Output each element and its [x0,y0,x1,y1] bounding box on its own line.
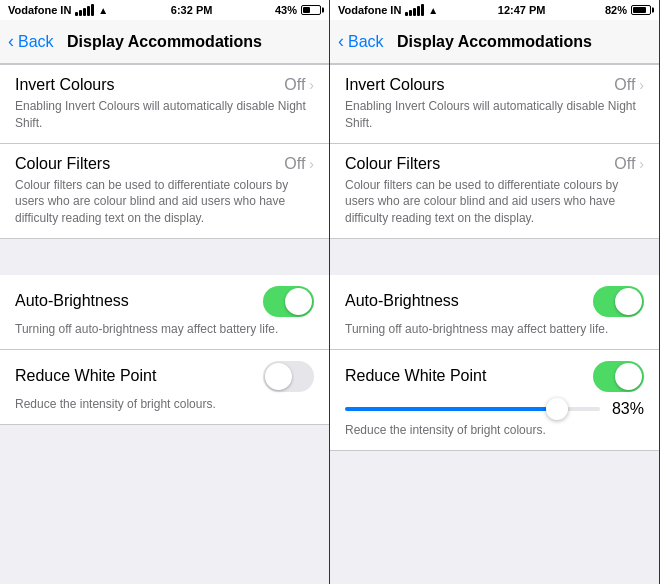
battery-pct-label: 43% [275,4,297,16]
signal-icon [405,4,424,16]
value-colour-filters: Off› [614,155,644,173]
toggle-thumb [615,288,642,315]
row-colour-filters[interactable]: Colour FiltersOff› [15,155,314,173]
label-auto-brightness: Auto-Brightness [15,292,129,310]
value-invert-colours: Off› [614,76,644,94]
section-gap [330,257,659,275]
description-reduce-white-point: Reduce the intensity of bright colours. [345,422,644,439]
slider-thumb[interactable] [546,398,568,420]
wifi-icon: ▲ [98,5,108,16]
status-left: Vodafone IN ▲ [8,4,108,16]
time-label: 12:47 PM [498,4,546,16]
page-title: Display Accommodations [397,33,592,51]
cell-invert-colours: Invert ColoursOff›Enabling Invert Colour… [0,64,329,144]
chevron-right-icon: › [639,156,644,172]
battery-pct-label: 82% [605,4,627,16]
cell-reduce-white-point: Reduce White PointReduce the intensity o… [0,350,329,425]
description-colour-filters: Colour filters can be used to differenti… [15,177,314,227]
content-area: Invert ColoursOff›Enabling Invert Colour… [0,64,329,584]
chevron-right-icon: › [639,77,644,93]
label-auto-brightness: Auto-Brightness [345,292,459,310]
slider-row: 83% [345,400,644,418]
row-invert-colours[interactable]: Invert ColoursOff› [15,76,314,94]
status-bar: Vodafone IN ▲ 12:47 PM 82% [330,0,659,20]
content-area: Invert ColoursOff›Enabling Invert Colour… [330,64,659,584]
toggle-reduce-white-point[interactable] [593,361,644,392]
signal-icon [75,4,94,16]
toggle-thumb [615,363,642,390]
page-title: Display Accommodations [67,33,262,51]
description-auto-brightness: Turning off auto-brightness may affect b… [345,321,644,338]
panel-left: Vodafone IN ▲ 6:32 PM 43% ‹ Back Display… [0,0,330,584]
toggle-auto-brightness[interactable] [593,286,644,317]
row-colour-filters[interactable]: Colour FiltersOff› [345,155,644,173]
description-auto-brightness: Turning off auto-brightness may affect b… [15,321,314,338]
row-reduce-white-point: Reduce White Point [15,361,314,392]
label-colour-filters: Colour Filters [15,155,110,173]
chevron-right-icon: › [309,77,314,93]
slider-track[interactable] [345,407,600,411]
slider-value-label: 83% [608,400,644,418]
section-gap [0,257,329,275]
value-text-colour-filters: Off [614,155,635,173]
cell-auto-brightness: Auto-BrightnessTurning off auto-brightne… [330,275,659,350]
cell-reduce-white-point: Reduce White Point83%Reduce the intensit… [330,350,659,451]
label-invert-colours: Invert Colours [345,76,445,94]
back-chevron-icon: ‹ [8,31,14,52]
back-chevron-icon: ‹ [338,31,344,52]
value-text-colour-filters: Off [284,155,305,173]
value-invert-colours: Off› [284,76,314,94]
section-gap-2 [330,239,659,257]
carrier-label: Vodafone IN [338,4,401,16]
slider-fill [345,407,557,411]
label-colour-filters: Colour Filters [345,155,440,173]
cell-colour-filters: Colour FiltersOff›Colour filters can be … [0,144,329,239]
status-left: Vodafone IN ▲ [338,4,438,16]
chevron-right-icon: › [309,156,314,172]
toggle-thumb [265,363,292,390]
toggle-reduce-white-point[interactable] [263,361,314,392]
label-reduce-white-point: Reduce White Point [345,367,486,385]
status-right: 82% [605,4,651,16]
label-reduce-white-point: Reduce White Point [15,367,156,385]
battery-icon [631,5,651,15]
back-label[interactable]: Back [348,33,384,51]
row-invert-colours[interactable]: Invert ColoursOff› [345,76,644,94]
back-label[interactable]: Back [18,33,54,51]
back-button[interactable]: ‹ Back [8,31,54,52]
label-invert-colours: Invert Colours [15,76,115,94]
value-text-invert-colours: Off [284,76,305,94]
row-reduce-white-point: Reduce White Point [345,361,644,392]
cell-invert-colours: Invert ColoursOff›Enabling Invert Colour… [330,64,659,144]
description-reduce-white-point: Reduce the intensity of bright colours. [15,396,314,413]
row-auto-brightness: Auto-Brightness [15,286,314,317]
toggle-thumb [285,288,312,315]
description-invert-colours: Enabling Invert Colours will automatical… [345,98,644,132]
description-invert-colours: Enabling Invert Colours will automatical… [15,98,314,132]
section-gap-2 [0,239,329,257]
panel-right: Vodafone IN ▲ 12:47 PM 82% ‹ Back Displa… [330,0,660,584]
description-colour-filters: Colour filters can be used to differenti… [345,177,644,227]
nav-bar: ‹ Back Display Accommodations [330,20,659,64]
wifi-icon: ▲ [428,5,438,16]
nav-bar: ‹ Back Display Accommodations [0,20,329,64]
value-text-invert-colours: Off [614,76,635,94]
row-auto-brightness: Auto-Brightness [345,286,644,317]
cell-auto-brightness: Auto-BrightnessTurning off auto-brightne… [0,275,329,350]
carrier-label: Vodafone IN [8,4,71,16]
status-bar: Vodafone IN ▲ 6:32 PM 43% [0,0,329,20]
back-button[interactable]: ‹ Back [338,31,384,52]
cell-colour-filters: Colour FiltersOff›Colour filters can be … [330,144,659,239]
time-label: 6:32 PM [171,4,213,16]
value-colour-filters: Off› [284,155,314,173]
toggle-auto-brightness[interactable] [263,286,314,317]
battery-icon [301,5,321,15]
status-right: 43% [275,4,321,16]
